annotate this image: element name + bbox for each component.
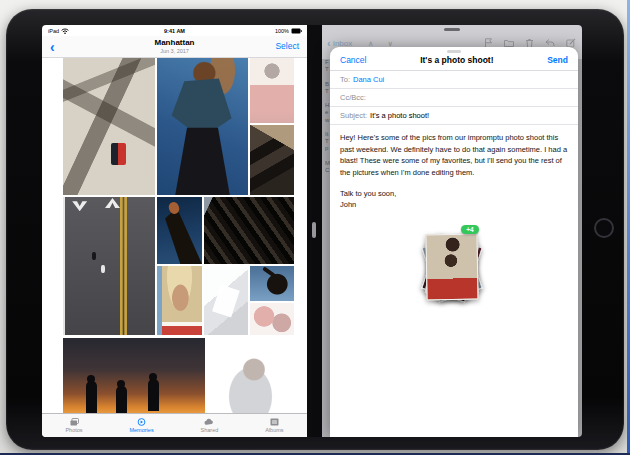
photos-tab-bar: Photos Memories Shared [42,413,307,437]
photo-detail [262,266,276,277]
photo-hand-sky[interactable] [157,197,202,264]
status-time: 9:41 AM [42,28,307,34]
divider-handle[interactable] [312,222,316,238]
albums-icon [270,418,279,426]
photo-detail [72,201,87,211]
send-button[interactable]: Send [547,55,568,65]
to-recipient[interactable]: Dana Cui [353,75,384,84]
compose-sheet: Cancel It's a photo shoot! Send To: Dana… [330,47,578,437]
photos-app: iPad 9:41 AM 100% [42,25,307,437]
cancel-button[interactable]: Cancel [340,55,366,65]
photo-detail [86,381,97,413]
mail-app: ‹ Inbox ∧ ∨ [322,25,582,437]
tab-shared-label: Shared [201,427,219,433]
photo-detail [157,197,202,264]
select-button[interactable]: Select [275,41,299,51]
photo-detail [105,198,120,208]
tab-shared[interactable]: Shared [201,418,219,433]
photo-ghost-gray[interactable] [204,266,248,335]
status-battery-percent: 100% [275,28,289,34]
subject-field[interactable]: Subject: It's a photo shoot! [330,107,578,125]
photo-ghost-white[interactable] [207,338,294,413]
photo-red-portrait[interactable] [250,58,294,123]
ipad-screen: iPad 9:41 AM 100% [42,25,582,437]
cc-bcc-field[interactable]: Cc/Bcc: [330,89,578,107]
photo-blonde[interactable] [157,266,202,335]
tab-photos-label: Photos [65,427,82,433]
home-button[interactable] [594,218,614,238]
photo-road[interactable] [63,197,155,335]
photo-sunset-silhouettes[interactable] [63,338,205,413]
body-signoff: Talk to you soon, [340,188,568,200]
drag-count-badge: +4 [461,225,479,234]
photo-blue-jacket[interactable] [157,58,248,195]
dragged-photo-front [425,234,478,301]
tab-photos[interactable]: Photos [65,418,82,433]
photos-nav-bar: ‹ Manhattan Jun 3, 2017 Select [42,36,307,58]
battery-icon [291,28,302,34]
app-drag-handle[interactable] [444,28,460,31]
photo-drag-stack[interactable]: +4 [403,219,503,324]
cc-bcc-label: Cc/Bcc: [340,93,366,102]
memories-icon [137,418,146,426]
photo-grid [42,58,307,413]
memory-date: Jun 3, 2017 [42,48,307,54]
photo-scaffold[interactable] [250,125,294,195]
message-body[interactable]: Hey! Here's some of the pics from our im… [330,125,578,218]
to-label: To: [340,75,350,84]
photo-girders[interactable] [204,197,294,264]
tab-memories[interactable]: Memories [129,418,153,433]
subject-value: It's a photo shoot! [370,111,429,120]
split-view-divider[interactable] [307,25,322,437]
photo-silhouette-sky[interactable] [250,266,294,301]
photo-wall-shadows[interactable] [63,58,155,195]
body-signature: John [340,199,568,211]
ipad-device-frame: iPad 9:41 AM 100% [6,9,624,450]
photos-stack-icon [70,418,79,426]
body-paragraph: Hey! Here's some of the pics from our im… [340,132,568,179]
tab-albums[interactable]: Albums [265,418,283,433]
subject-label: Subject: [340,111,367,120]
tab-albums-label: Albums [265,427,283,433]
cloud-icon [204,418,214,426]
desk-background: iPad 9:41 AM 100% [0,0,630,455]
status-bar: iPad 9:41 AM 100% [42,25,307,36]
to-field[interactable]: To: Dana Cui [330,71,578,89]
photo-ghost-pink[interactable] [250,303,294,335]
compose-header: Cancel It's a photo shoot! Send [330,47,578,71]
tab-memories-label: Memories [129,427,153,433]
compose-title: It's a photo shoot! [420,55,493,65]
memory-title: Manhattan [42,38,307,47]
